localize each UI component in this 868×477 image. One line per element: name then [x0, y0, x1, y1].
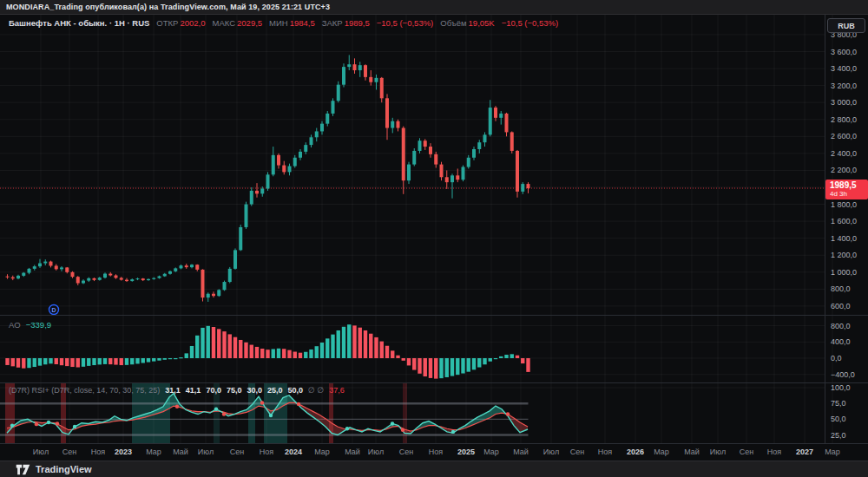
currency-toggle-button[interactable]: RUB [827, 18, 865, 33]
rsi-empty-values: ∅ ∅ [308, 386, 324, 395]
svg-text:25,0: 25,0 [831, 431, 846, 440]
svg-text:2026: 2026 [627, 448, 644, 456]
svg-text:Сен: Сен [399, 448, 414, 456]
svg-text:Мар: Мар [146, 448, 161, 456]
open-label: ОТКР [156, 18, 178, 28]
svg-text:Ноя: Ноя [429, 448, 444, 456]
svg-text:Сен: Сен [570, 448, 585, 456]
svg-text:Май: Май [684, 448, 700, 456]
rsi-value-7: 50,0 [288, 386, 304, 395]
svg-text:Сен: Сен [62, 448, 77, 456]
svg-text:Ноя: Ноя [260, 448, 274, 456]
svg-text:Ноя: Ноя [767, 448, 782, 456]
svg-text:Июл: Июл [710, 448, 726, 456]
svg-text:Ноя: Ноя [91, 448, 106, 456]
footer-brand[interactable]: TradingView [36, 464, 92, 474]
svg-text:1 800,0: 1 800,0 [831, 200, 857, 209]
volume-change: −10,5 (−0,53%) [502, 18, 559, 28]
rsi-last-value: 37,6 [329, 386, 345, 395]
svg-text:75,0: 75,0 [831, 399, 846, 408]
ao-indicator-value: −339,9 [26, 320, 51, 330]
volume-label: Объём [440, 18, 466, 28]
svg-text:Мар: Мар [825, 448, 840, 456]
close-label: ЗАКР [322, 18, 343, 28]
svg-text:Мар: Мар [314, 448, 330, 456]
low-label: МИН [269, 18, 288, 28]
rsi-value-6: 25,0 [267, 386, 283, 395]
svg-text:Июл: Июл [543, 448, 559, 456]
svg-text:Мар: Мар [483, 448, 499, 456]
svg-text:Мар: Мар [654, 448, 669, 456]
svg-text:−400,0: −400,0 [831, 370, 855, 379]
svg-text:3 000,0: 3 000,0 [831, 98, 857, 107]
svg-text:D: D [51, 307, 56, 313]
svg-text:Сен: Сен [230, 448, 245, 456]
svg-text:Май: Май [345, 448, 360, 456]
svg-text:2 600,0: 2 600,0 [831, 132, 857, 140]
symbol-legend: Башнефть АНК - обыкн. · 1H · RUS ОТКР 20… [9, 18, 558, 28]
ohlc-low-field: МИН 1984,5 [269, 18, 315, 28]
chart-canvas[interactable]: D3 800,03 600,03 400,03 200,03 000,02 80… [0, 15, 868, 462]
rsi-value-3: 70,0 [206, 386, 221, 395]
svg-text:Июл: Июл [33, 448, 49, 456]
volume-value: 19,05K [469, 18, 495, 28]
svg-text:Май: Май [513, 448, 529, 456]
last-price-value: 1989,5 [830, 181, 868, 190]
rsi-indicator-title[interactable]: (D7R) RSI+ (D7R, close, 14, 70, 30, 75, … [9, 386, 160, 395]
svg-text:Июл: Июл [368, 448, 384, 456]
svg-text:50,0: 50,0 [831, 415, 846, 423]
svg-text:0,0: 0,0 [831, 354, 842, 363]
rsi-value-5: 30,0 [247, 386, 262, 395]
attribution-text: MONDIARA_Trading опубликовал(а) на Tradi… [6, 3, 330, 11]
svg-text:400,0: 400,0 [831, 337, 851, 346]
svg-text:Сен: Сен [740, 448, 754, 456]
symbol-title[interactable]: Башнефть АНК - обыкн. · 1H · RUS [9, 18, 149, 28]
svg-text:3 400,0: 3 400,0 [831, 64, 857, 73]
svg-text:1 000,0: 1 000,0 [831, 268, 857, 277]
price-change: −10,5 (−0,53%) [377, 18, 434, 28]
svg-text:800,0: 800,0 [831, 284, 851, 293]
rsi-value-4: 75,0 [227, 386, 242, 395]
volume-field: Объём 19,05K [440, 18, 494, 28]
bar-countdown: 4d 3h [830, 190, 868, 198]
svg-text:3 600,0: 3 600,0 [831, 48, 857, 56]
ohlc-high-field: МАКС 2029,5 [212, 18, 262, 28]
svg-text:2027: 2027 [796, 448, 813, 456]
svg-text:Июл: Июл [198, 448, 214, 456]
tradingview-logo-icon[interactable] [16, 464, 30, 475]
high-label: МАКС [212, 18, 235, 28]
svg-text:600,0: 600,0 [831, 302, 851, 310]
chart-widget: D3 800,03 600,03 400,03 200,03 000,02 80… [0, 14, 868, 461]
open-value: 2002,0 [180, 18, 205, 28]
svg-text:800,0: 800,0 [831, 322, 851, 330]
svg-text:Ноя: Ноя [598, 448, 613, 456]
svg-text:100,0: 100,0 [831, 383, 851, 392]
svg-text:1 600,0: 1 600,0 [831, 217, 857, 225]
svg-text:2 800,0: 2 800,0 [831, 115, 857, 124]
rsi-value-1: 31,1 [165, 386, 181, 395]
ao-indicator-title[interactable]: AO [9, 320, 21, 330]
rsi-value-2: 41,1 [186, 386, 201, 395]
close-value: 1989,5 [345, 18, 370, 28]
rsi-indicator-legend: (D7R) RSI+ (D7R, close, 14, 70, 30, 75, … [9, 386, 345, 395]
footer-bar: TradingView [0, 461, 868, 477]
ao-indicator-legend: AO −339,9 [9, 320, 51, 330]
svg-text:2025: 2025 [457, 448, 475, 456]
svg-text:2 200,0: 2 200,0 [831, 166, 857, 174]
ohlc-open-field: ОТКР 2002,0 [156, 18, 205, 28]
svg-text:1 200,0: 1 200,0 [831, 251, 857, 259]
last-price-label: 1989,5 4d 3h [825, 180, 868, 199]
svg-text:2023: 2023 [115, 448, 132, 456]
attribution-bar: MONDIARA_Trading опубликовал(а) на Tradi… [0, 0, 868, 14]
ohlc-close-field: ЗАКР 1989,5 [322, 18, 370, 28]
svg-text:1 400,0: 1 400,0 [831, 234, 857, 243]
svg-text:2 400,0: 2 400,0 [831, 149, 857, 158]
svg-text:3 200,0: 3 200,0 [831, 82, 857, 90]
high-value: 2029,5 [237, 18, 262, 28]
low-value: 1984,5 [290, 18, 315, 28]
svg-text:2024: 2024 [285, 448, 302, 456]
svg-text:Май: Май [173, 448, 188, 456]
